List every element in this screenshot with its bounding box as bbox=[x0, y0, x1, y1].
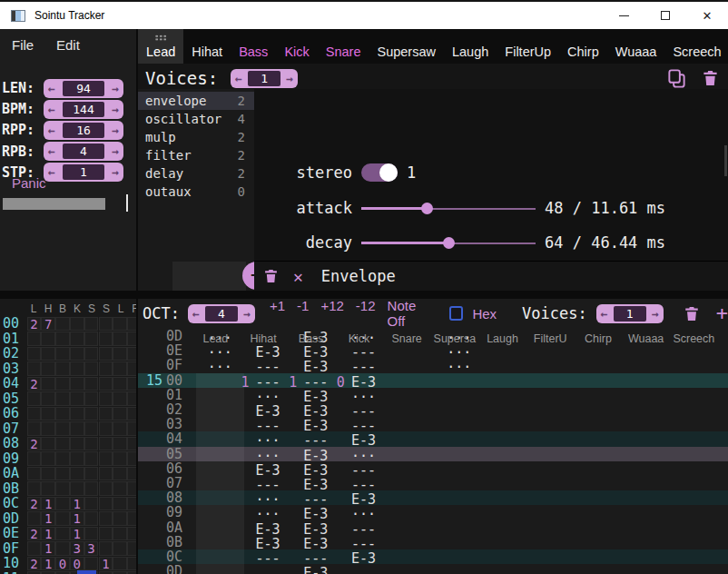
order-cell[interactable]: 2 bbox=[27, 437, 42, 451]
order-cell[interactable] bbox=[55, 527, 70, 541]
track-header-chirp[interactable]: Chirp bbox=[575, 332, 623, 345]
order-cell[interactable]: 1 bbox=[70, 527, 84, 541]
order-cell[interactable] bbox=[113, 332, 127, 346]
copy-instrument-button[interactable] bbox=[666, 68, 687, 89]
delete-track-button[interactable] bbox=[684, 305, 700, 322]
order-cell[interactable] bbox=[70, 451, 84, 466]
pattern-cell[interactable]: ··· bbox=[244, 447, 292, 461]
pattern-cell[interactable]: E-3 bbox=[291, 535, 339, 549]
tab-wuaaa[interactable]: Wuaaa bbox=[607, 29, 665, 64]
delete-instrument-button[interactable] bbox=[702, 69, 719, 87]
pattern-cell[interactable]: E-3 bbox=[244, 461, 292, 476]
order-cell[interactable] bbox=[41, 467, 55, 481]
order-cell[interactable] bbox=[99, 361, 113, 376]
pattern-cell[interactable]: E-3 bbox=[244, 535, 292, 549]
track-header-laugh[interactable]: Laugh bbox=[478, 332, 526, 345]
order-row-number[interactable]: 02 bbox=[3, 346, 25, 361]
order-cell[interactable] bbox=[55, 437, 70, 451]
order-cell[interactable] bbox=[55, 377, 70, 391]
pattern-cell[interactable]: E-3 bbox=[339, 431, 388, 446]
order-cell[interactable] bbox=[27, 511, 42, 526]
unit-item-outaux[interactable]: outaux0 bbox=[138, 183, 254, 201]
order-cell[interactable]: 2 bbox=[27, 527, 42, 541]
order-cell[interactable] bbox=[84, 467, 99, 481]
track-header-wuaaa[interactable]: Wuaaa bbox=[622, 332, 670, 345]
tab-supersaw[interactable]: Supersaw bbox=[369, 29, 443, 64]
order-cell[interactable] bbox=[113, 511, 127, 526]
order-cell[interactable] bbox=[27, 361, 42, 376]
order-cell[interactable] bbox=[84, 437, 99, 451]
order-cell[interactable] bbox=[55, 317, 70, 332]
params-scrollbar[interactable] bbox=[724, 145, 727, 176]
pattern-cell[interactable]: ---1 bbox=[291, 373, 339, 388]
order-cell[interactable] bbox=[113, 437, 127, 451]
stepper-left-arrow-icon[interactable]: ← bbox=[192, 308, 200, 320]
order-cell[interactable] bbox=[70, 407, 84, 421]
order-cell[interactable] bbox=[84, 497, 99, 511]
order-cell[interactable] bbox=[84, 527, 99, 541]
order-cell[interactable] bbox=[127, 421, 136, 436]
pattern-cell[interactable]: ··· bbox=[196, 358, 244, 372]
pattern-cell[interactable]: E-3 bbox=[291, 520, 339, 535]
order-cell[interactable]: 2 bbox=[27, 317, 42, 332]
order-cell[interactable] bbox=[55, 421, 70, 436]
order-cell[interactable] bbox=[84, 377, 99, 391]
maximize-button[interactable] bbox=[644, 2, 686, 29]
pattern-cell[interactable]: ··· bbox=[436, 358, 484, 372]
order-cell[interactable] bbox=[27, 451, 42, 466]
order-cell[interactable] bbox=[127, 332, 136, 346]
order-cell[interactable] bbox=[70, 437, 84, 451]
order-cell[interactable]: 3 bbox=[70, 541, 84, 556]
order-cell[interactable] bbox=[41, 361, 55, 376]
order-cell[interactable] bbox=[84, 557, 99, 571]
order-cell[interactable] bbox=[70, 421, 84, 436]
order-row-number[interactable]: 04 bbox=[3, 376, 25, 391]
track-header-lead[interactable]: Lead bbox=[192, 332, 240, 345]
order-cell[interactable] bbox=[99, 317, 113, 332]
track-header-kick[interactable]: Kick bbox=[335, 332, 383, 345]
close-button[interactable]: ✕ bbox=[686, 2, 728, 29]
order-cell[interactable] bbox=[41, 437, 55, 451]
panic-button[interactable]: Panic bbox=[12, 175, 46, 191]
track-header-filteru[interactable]: FilterU bbox=[526, 332, 575, 345]
order-cell[interactable]: 1 bbox=[41, 541, 55, 556]
order-cell[interactable] bbox=[99, 527, 113, 541]
order-cell[interactable] bbox=[84, 332, 99, 346]
order-cell[interactable] bbox=[113, 407, 127, 421]
order-cell[interactable] bbox=[55, 497, 70, 511]
pattern-cell[interactable]: --- bbox=[244, 476, 292, 490]
-1-button[interactable]: -1 bbox=[297, 299, 309, 329]
order-row-number[interactable]: 0C bbox=[3, 496, 25, 511]
rpp-stepper[interactable]: ←16→ bbox=[44, 121, 123, 140]
pattern-cell[interactable]: ··· bbox=[244, 505, 292, 520]
order-row-number[interactable]: 03 bbox=[3, 361, 25, 377]
order-cell[interactable] bbox=[113, 317, 127, 332]
order-cell[interactable]: 0 bbox=[70, 557, 84, 571]
clear-unit-button[interactable]: ✕ bbox=[293, 267, 303, 286]
order-cell[interactable] bbox=[113, 557, 127, 571]
+12-button[interactable]: +12 bbox=[320, 299, 343, 329]
len-stepper[interactable]: ←94→ bbox=[44, 79, 123, 98]
track-voices-stepper[interactable]: ←1→ bbox=[596, 304, 664, 323]
pattern-cell[interactable]: ··· bbox=[244, 388, 292, 402]
-12-button[interactable]: -12 bbox=[356, 299, 376, 329]
order-cell[interactable] bbox=[41, 391, 55, 406]
unit-item-delay[interactable]: delay2 bbox=[138, 164, 254, 183]
stepper-left-arrow-icon[interactable]: ← bbox=[48, 83, 55, 94]
track-header-hihat[interactable]: Hihat bbox=[240, 332, 288, 345]
pattern-cell[interactable]: --- bbox=[244, 358, 292, 372]
pattern-cell[interactable]: ··· bbox=[339, 388, 388, 402]
pattern-cell[interactable]: ··· bbox=[244, 490, 292, 505]
order-cell[interactable] bbox=[127, 527, 136, 541]
order-cell[interactable] bbox=[99, 437, 113, 451]
order-cell[interactable] bbox=[84, 451, 99, 466]
order-cell[interactable] bbox=[99, 332, 113, 346]
order-cell[interactable]: 1 bbox=[41, 511, 55, 526]
track-header-supersa[interactable]: Supersa bbox=[431, 332, 479, 345]
pattern-cell[interactable]: --- bbox=[339, 343, 388, 358]
order-cell[interactable] bbox=[55, 541, 70, 556]
order-cell[interactable] bbox=[84, 347, 99, 361]
order-cell[interactable] bbox=[127, 361, 136, 376]
order-cell[interactable] bbox=[84, 481, 99, 496]
order-cell[interactable] bbox=[27, 421, 42, 436]
